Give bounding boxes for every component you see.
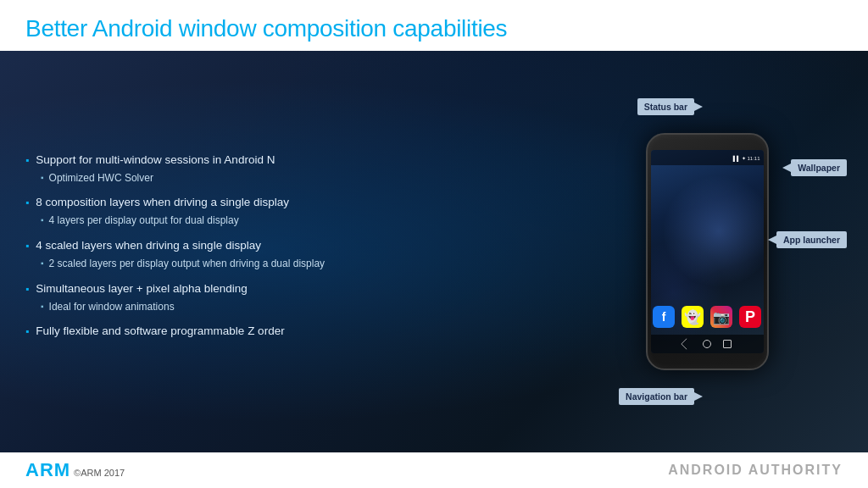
- bullet-sub-1-1: Optimized HWC Solver: [41, 171, 546, 186]
- slide: Better Android window composition capabi…: [0, 0, 868, 488]
- callout-launcher-arrow: [768, 236, 776, 244]
- phone-screen: ▌▌ ✦ 11:11 f 👻 📷 P: [651, 150, 764, 353]
- bullet-sub-2-1: 4 layers per display output for dual dis…: [41, 214, 546, 228]
- callout-status-arrow: [694, 103, 703, 111]
- bullet-group-5: Fully flexible and software programmable…: [25, 324, 546, 342]
- callout-wallpaper: Wallpaper: [782, 159, 847, 176]
- arm-brand: ARM: [25, 459, 70, 481]
- bullet-group-3: 4 scaled layers when driving a single di…: [25, 238, 546, 273]
- callout-launcher-label: App launcher: [776, 231, 847, 248]
- bullet-sub-4-1: Ideal for window animations: [41, 300, 546, 314]
- callout-wallpaper-label: Wallpaper: [791, 159, 847, 176]
- bullet-main-5: Fully flexible and software programmable…: [25, 324, 546, 340]
- bullet-group-4: Simultaneous layer + pixel alpha blendin…: [25, 281, 546, 316]
- nav-home-icon: [703, 340, 711, 348]
- callout-app-launcher: App launcher: [768, 231, 847, 248]
- app-icon-snapchat: 👻: [682, 306, 704, 328]
- bullet-group-2: 8 composition layers when driving a sing…: [25, 195, 546, 230]
- phone-status-bar: ▌▌ ✦ 11:11: [651, 150, 764, 165]
- callout-status-bar: Status bar: [637, 98, 703, 115]
- bullet-main-1: Support for multi-window sessions in And…: [25, 152, 546, 169]
- bullet-main-2: 8 composition layers when driving a sing…: [25, 195, 546, 211]
- callout-wallpaper-arrow: [782, 164, 791, 172]
- nav-recent-icon: [723, 340, 732, 348]
- footer-area: ARM ©ARM 2017 ANDROID AUTHORITY: [0, 452, 868, 488]
- arm-logo: ARM ©ARM 2017: [25, 459, 125, 481]
- copyright-text: ©ARM 2017: [74, 468, 125, 478]
- title-area: Better Android window composition capabi…: [0, 0, 868, 51]
- callout-status-label: Status bar: [637, 98, 694, 115]
- phone-area: ▌▌ ✦ 11:11 f 👻 📷 P: [563, 66, 851, 437]
- callout-nav-bar: Navigation bar: [619, 388, 703, 405]
- publisher-name: ANDROID AUTHORITY: [668, 463, 843, 478]
- app-icon-pinterest: P: [739, 306, 761, 328]
- page-title: Better Android window composition capabi…: [25, 15, 843, 42]
- nav-back-icon: [681, 338, 693, 350]
- content-area: Support for multi-window sessions in And…: [0, 51, 868, 452]
- app-icon-instagram: 📷: [710, 306, 732, 328]
- app-icons-row: f 👻 📷 P: [651, 306, 764, 328]
- callout-navbar-arrow: [694, 392, 703, 401]
- bullet-group-1: Support for multi-window sessions in And…: [25, 152, 546, 187]
- bullet-section: Support for multi-window sessions in And…: [25, 66, 563, 437]
- app-icon-facebook: f: [653, 306, 675, 328]
- bullet-main-3: 4 scaled layers when driving a single di…: [25, 238, 546, 254]
- bullet-main-4: Simultaneous layer + pixel alpha blendin…: [25, 281, 546, 297]
- callout-navbar-label: Navigation bar: [619, 388, 694, 405]
- phone-mockup: ▌▌ ✦ 11:11 f 👻 📷 P: [646, 133, 769, 370]
- phone-nav-bar: [651, 335, 764, 353]
- bullet-sub-3-1: 2 scaled layers per display output when …: [41, 257, 546, 271]
